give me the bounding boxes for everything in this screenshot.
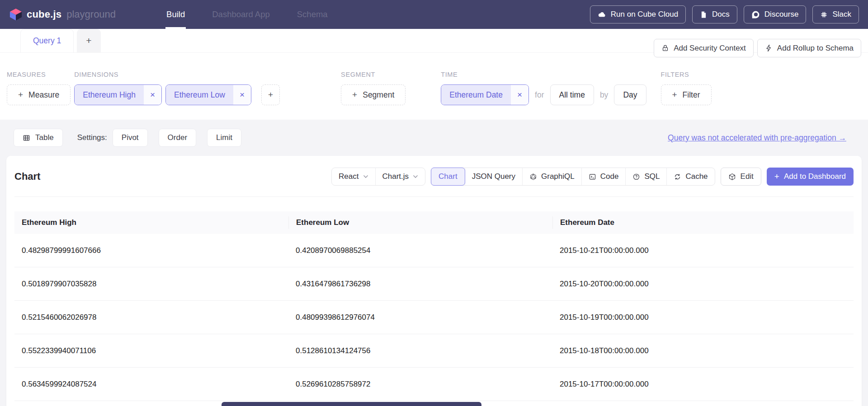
cell-ethereum-date: 2015-10-21T00:00:00.000 (552, 246, 854, 255)
plus-icon: + (672, 90, 677, 100)
document-icon (700, 11, 708, 19)
slack-button[interactable]: Slack (812, 5, 859, 23)
cell-ethereum-high: 0.5018979907035828 (14, 280, 288, 289)
logo-primary-text: cube.js (27, 9, 61, 20)
slack-icon (820, 11, 828, 19)
cubejs-logo-icon (9, 8, 23, 21)
table-row: 0.5522339940071106 0.5128610134124756 20… (14, 334, 854, 368)
tab-cache[interactable]: Cache (666, 168, 714, 185)
chart-title: Chart (14, 171, 40, 182)
nav-tab-dashboard-app[interactable]: Dashboard App (212, 0, 270, 29)
tab-chart[interactable]: Chart (431, 168, 465, 186)
chart-card-header: Chart React Chart.js Chart JSON (14, 156, 854, 197)
table-row: 0.5215460062026978 0.48099398612976074 2… (14, 301, 854, 334)
date-range-button[interactable]: All time (550, 84, 594, 105)
cell-ethereum-low: 0.4316479861736298 (288, 280, 552, 289)
tab-sql[interactable]: SQL (625, 168, 666, 185)
add-to-dashboard-button[interactable]: + Add to Dashboard (767, 168, 854, 186)
limit-button[interactable]: Limit (207, 129, 241, 147)
discourse-icon (751, 10, 760, 19)
by-label: by (600, 90, 608, 100)
close-icon[interactable]: × (144, 85, 161, 105)
dimensions-label: DIMENSIONS (74, 71, 280, 78)
close-icon[interactable]: × (233, 85, 251, 105)
cell-ethereum-date: 2015-10-17T00:00:00.000 (552, 380, 854, 389)
table-row: 0.5634599924087524 0.5269610285758972 20… (14, 368, 854, 401)
cell-ethereum-date: 2015-10-18T00:00:00.000 (552, 346, 854, 355)
tab-graphiql[interactable]: GraphiQL (522, 168, 581, 185)
cubejs-logo: cube.js playground (9, 8, 116, 21)
chevron-down-icon (363, 175, 368, 178)
order-button[interactable]: Order (159, 129, 196, 147)
add-filter-button[interactable]: + Filter (661, 84, 712, 105)
add-security-context-button[interactable]: Add Security Context (654, 39, 754, 57)
nav-tab-schema[interactable]: Schema (297, 0, 328, 29)
plus-icon: + (268, 90, 273, 100)
segment-label: SEGMENT (341, 71, 406, 78)
framework-library-selectors: React Chart.js (331, 168, 425, 186)
nav-tab-build[interactable]: Build (166, 0, 185, 29)
result-table: Ethereum High Ethereum Low Ethereum Date… (14, 211, 854, 401)
measures-section: MEASURES + Measure (7, 71, 71, 105)
preaggregation-link[interactable]: Query was not accelerated with pre-aggre… (668, 133, 846, 143)
tab-code[interactable]: Code (581, 168, 626, 185)
codesandbox-icon (728, 173, 736, 181)
logo-secondary-text: playground (66, 9, 116, 20)
cell-ethereum-low: 0.5128610134124756 (288, 346, 552, 355)
close-icon[interactable]: × (511, 85, 528, 105)
plus-icon: + (18, 90, 23, 100)
question-circle-icon (632, 173, 640, 181)
plus-icon: + (352, 90, 357, 100)
library-select[interactable]: Chart.js (375, 168, 425, 185)
chart-card: Chart React Chart.js Chart JSON (6, 156, 862, 406)
dimensions-section: DIMENSIONS Ethereum High × Ethereum Low … (74, 71, 280, 105)
add-segment-button[interactable]: + Segment (341, 84, 406, 105)
for-label: for (535, 90, 544, 100)
plus-icon: + (774, 172, 779, 182)
query-builder: MEASURES + Measure DIMENSIONS Ethereum H… (0, 53, 868, 120)
cell-ethereum-high: 0.48298799991607666 (14, 246, 288, 255)
edit-button[interactable]: Edit (721, 168, 761, 186)
column-header-ethereum-low[interactable]: Ethereum Low (288, 216, 552, 229)
view-mode-tabs: Chart JSON Query GraphiQL (431, 168, 715, 186)
chart-toolbar: React Chart.js Chart JSON Query (331, 168, 854, 186)
column-header-ethereum-date[interactable]: Ethereum Date (552, 216, 854, 229)
schema-actions: Add Security Context Add Rollup to Schem… (654, 39, 861, 57)
chevron-down-icon (413, 175, 418, 178)
granularity-button[interactable]: Day (614, 84, 646, 105)
result-table-header: Ethereum High Ethereum Low Ethereum Date (14, 211, 854, 234)
query-tab-1[interactable]: Query 1 (20, 29, 74, 52)
add-rollup-to-schema-button[interactable]: Add Rollup to Schema (757, 39, 861, 57)
graphql-icon (529, 173, 537, 181)
time-chip-ethereum-date[interactable]: Ethereum Date × (441, 84, 529, 105)
cell-ethereum-date: 2015-10-19T00:00:00.000 (552, 313, 854, 322)
tab-json-query[interactable]: JSON Query (465, 168, 522, 185)
cell-ethereum-low: 0.48099398612976074 (288, 313, 552, 322)
cell-ethereum-high: 0.5522339940071106 (14, 346, 288, 355)
dimension-chip-ethereum-high[interactable]: Ethereum High × (74, 84, 162, 105)
settings-label: Settings: (77, 133, 107, 142)
sync-icon (674, 173, 681, 181)
cell-ethereum-low: 0.5269610285758972 (288, 380, 552, 389)
discourse-button[interactable]: Discourse (744, 5, 807, 23)
column-header-ethereum-high[interactable]: Ethereum High (14, 218, 288, 227)
navbar-actions: Run on Cube Cloud Docs Discourse Slack (590, 5, 859, 23)
cell-ethereum-date: 2015-10-20T00:00:00.000 (552, 280, 854, 289)
main-nav-tabs: Build Dashboard App Schema (166, 0, 328, 29)
add-query-tab-button[interactable]: + (77, 29, 100, 52)
add-dimension-button[interactable]: + (261, 84, 280, 105)
time-section: TIME Ethereum Date × for All time by Day (441, 71, 646, 105)
cell-ethereum-low: 0.4208970069885254 (288, 246, 552, 255)
segment-section: SEGMENT + Segment (341, 71, 406, 105)
framework-select[interactable]: React (332, 168, 375, 185)
docs-button[interactable]: Docs (692, 5, 737, 23)
add-measure-button[interactable]: + Measure (7, 84, 71, 105)
lightning-icon (765, 44, 773, 52)
dimension-chip-ethereum-low[interactable]: Ethereum Low × (165, 84, 251, 105)
cloud-icon (598, 10, 606, 19)
measures-label: MEASURES (7, 71, 71, 78)
run-on-cube-cloud-button[interactable]: Run on Cube Cloud (590, 5, 686, 23)
pivot-button[interactable]: Pivot (113, 129, 148, 147)
table-view-button[interactable]: Table (14, 129, 63, 147)
filters-section: FILTERS + Filter (661, 71, 712, 105)
